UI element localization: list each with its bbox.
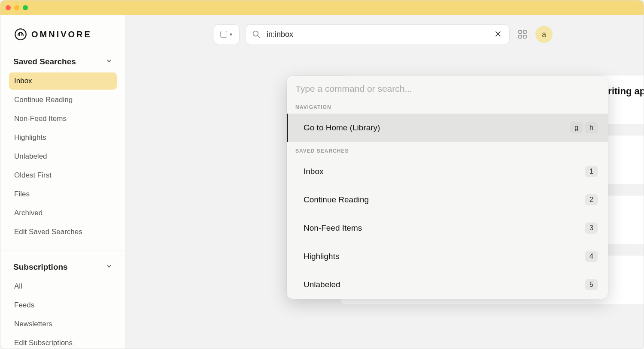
palette-item-shortcut: 3 bbox=[585, 223, 598, 234]
palette-item-shortcut: 4 bbox=[585, 251, 598, 262]
svg-line-2 bbox=[258, 36, 260, 38]
saved-searches-title: Saved Searches bbox=[13, 57, 76, 66]
keyboard-key: 2 bbox=[585, 194, 598, 205]
checkbox-icon bbox=[220, 31, 227, 38]
subscriptions-header[interactable]: Subscriptions bbox=[0, 262, 125, 278]
keyboard-key: h bbox=[585, 122, 598, 133]
search-icon bbox=[252, 30, 261, 39]
palette-item-shortcut: 1 bbox=[585, 166, 598, 177]
command-palette: NAVIGATIONGo to Home (Library)ghSAVED SE… bbox=[287, 76, 608, 299]
palette-item-shortcut: 2 bbox=[585, 194, 598, 205]
svg-point-0 bbox=[15, 29, 26, 40]
search-input[interactable] bbox=[267, 30, 487, 39]
subscriptions-title: Subscriptions bbox=[13, 262, 68, 272]
palette-item-continue-reading[interactable]: Continue Reading2 bbox=[287, 186, 608, 214]
avatar-initial: a bbox=[542, 30, 546, 39]
sidebar-item-files[interactable]: Files bbox=[9, 186, 117, 203]
window-close-button[interactable] bbox=[6, 5, 11, 10]
chevron-down-icon bbox=[106, 263, 112, 271]
palette-item-go-to-home-library-[interactable]: Go to Home (Library)gh bbox=[287, 114, 608, 142]
topbar: ▼ a bbox=[126, 24, 644, 44]
sidebar-item-edit-subscriptions[interactable]: Edit Subscriptions bbox=[9, 334, 117, 349]
palette-item-shortcut: gh bbox=[570, 122, 598, 133]
svg-rect-6 bbox=[523, 35, 526, 38]
saved-searches-header[interactable]: Saved Searches bbox=[0, 57, 125, 72]
select-all-button[interactable]: ▼ bbox=[214, 24, 240, 44]
svg-rect-3 bbox=[519, 30, 522, 33]
search-field[interactable] bbox=[246, 24, 510, 44]
grid-view-button[interactable] bbox=[516, 27, 529, 41]
chevron-down-icon bbox=[106, 57, 112, 66]
window-titlebar bbox=[0, 0, 644, 15]
sidebar: OMNIVORE Saved Searches InboxContinue Re… bbox=[0, 15, 126, 349]
palette-group-label: NAVIGATION bbox=[287, 98, 608, 114]
window-minimize-button[interactable] bbox=[14, 5, 19, 10]
palette-item-label: Inbox bbox=[304, 167, 323, 176]
sidebar-item-highlights[interactable]: Highlights bbox=[9, 129, 117, 146]
sidebar-item-archived[interactable]: Archived bbox=[9, 205, 117, 222]
palette-item-label: Continue Reading bbox=[304, 195, 369, 205]
keyboard-key: 1 bbox=[585, 166, 598, 177]
sidebar-item-inbox[interactable]: Inbox bbox=[9, 72, 117, 90]
keyboard-key: 4 bbox=[585, 251, 598, 262]
sidebar-item-continue-reading[interactable]: Continue Reading bbox=[9, 91, 117, 108]
sidebar-item-all[interactable]: All bbox=[9, 278, 117, 295]
app-logo[interactable]: OMNIVORE bbox=[0, 28, 125, 57]
avatar[interactable]: a bbox=[535, 26, 553, 43]
palette-item-inbox[interactable]: Inbox1 bbox=[287, 157, 608, 186]
palette-item-unlabeled[interactable]: Unlabeled5 bbox=[287, 271, 608, 299]
main-area: ▼ a bbox=[126, 15, 644, 349]
palette-group-label: SAVED SEARCHES bbox=[287, 142, 608, 157]
palette-input-row bbox=[287, 76, 608, 98]
saved-searches-list: InboxContinue ReadingNon-Feed ItemsHighl… bbox=[0, 72, 125, 242]
sidebar-item-oldest-first[interactable]: Oldest First bbox=[9, 167, 117, 184]
omnivore-logo-icon bbox=[14, 28, 27, 41]
palette-item-label: Go to Home (Library) bbox=[304, 123, 380, 132]
svg-rect-4 bbox=[523, 30, 526, 33]
keyboard-key: 3 bbox=[585, 223, 598, 234]
keyboard-key: 5 bbox=[585, 279, 598, 290]
sidebar-item-edit-saved-searches[interactable]: Edit Saved Searches bbox=[9, 223, 117, 241]
palette-item-shortcut: 5 bbox=[585, 279, 598, 290]
app-name: OMNIVORE bbox=[31, 30, 92, 39]
window-zoom-button[interactable] bbox=[23, 5, 28, 10]
palette-item-highlights[interactable]: Highlights4 bbox=[287, 242, 608, 271]
palette-input[interactable] bbox=[295, 84, 599, 94]
clear-search-button[interactable] bbox=[493, 30, 503, 39]
sidebar-item-newsletters[interactable]: Newsletters bbox=[9, 316, 117, 333]
svg-rect-5 bbox=[519, 35, 522, 38]
sidebar-item-non-feed-items[interactable]: Non-Feed Items bbox=[9, 110, 117, 127]
sidebar-item-feeds[interactable]: Feeds bbox=[9, 297, 117, 314]
palette-item-label: Unlabeled bbox=[304, 280, 340, 289]
palette-item-label: Highlights bbox=[304, 252, 339, 261]
keyboard-key: g bbox=[570, 122, 583, 133]
palette-item-label: Non-Feed Items bbox=[304, 223, 362, 233]
sidebar-item-unlabeled[interactable]: Unlabeled bbox=[9, 148, 117, 165]
palette-item-non-feed-items[interactable]: Non-Feed Items3 bbox=[287, 214, 608, 242]
caret-down-icon: ▼ bbox=[229, 32, 233, 37]
subscriptions-list: AllFeedsNewslettersEdit Subscriptions bbox=[0, 278, 125, 349]
